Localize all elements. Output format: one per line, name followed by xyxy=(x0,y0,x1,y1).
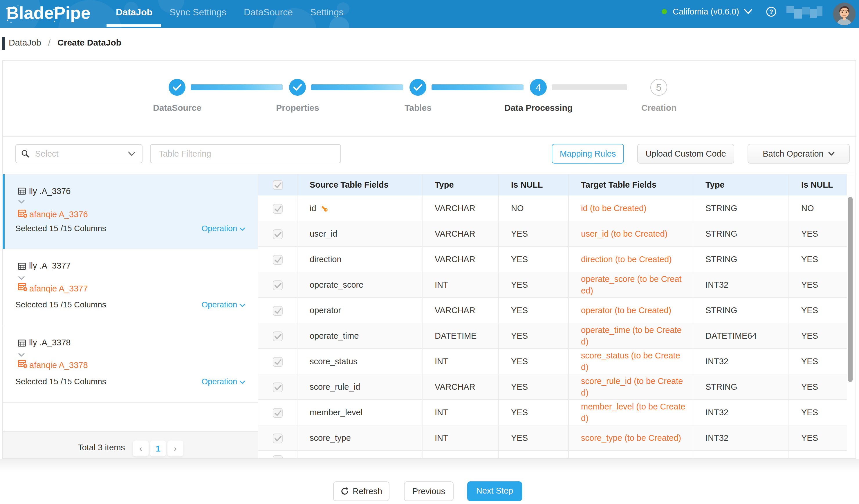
svg-text:?: ? xyxy=(769,8,773,15)
